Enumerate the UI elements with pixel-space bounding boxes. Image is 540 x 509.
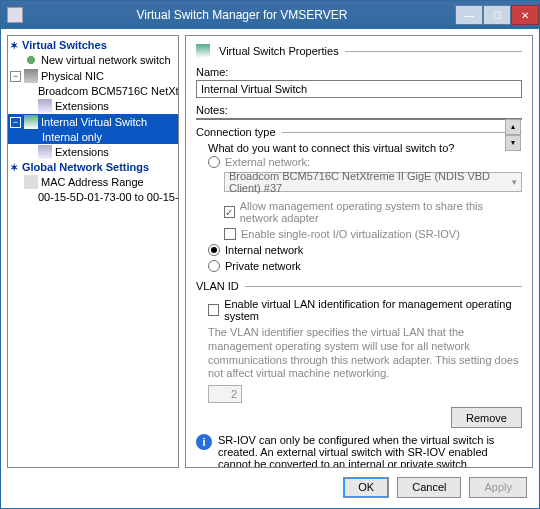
properties-heading: Virtual Switch Properties (219, 45, 339, 57)
maximize-button[interactable]: ☐ (483, 5, 511, 25)
chevron-down-icon: ▾ (512, 177, 517, 187)
info-icon: i (196, 434, 212, 450)
tree-extensions-1[interactable]: Extensions (8, 98, 178, 114)
window-title: Virtual Switch Manager for VMSERVER (29, 8, 455, 22)
vlan-id-input (208, 385, 242, 403)
nic-icon (24, 69, 38, 83)
checkbox-allow-mgmt: Allow management operating system to sha… (224, 200, 522, 224)
tree-pane: ✶Virtual Switches New virtual network sw… (7, 35, 179, 468)
collapse-icon[interactable]: − (10, 117, 21, 128)
radio-external[interactable]: External network: (208, 156, 522, 168)
notes-input[interactable]: ▴▾ (196, 118, 522, 120)
switch-icon (24, 115, 38, 129)
apply-button[interactable]: Apply (469, 477, 527, 498)
extensions-icon (38, 145, 52, 159)
minimize-button[interactable]: — (455, 5, 483, 25)
checkbox-icon (224, 228, 236, 240)
extensions-icon (38, 99, 52, 113)
name-input[interactable] (196, 80, 522, 98)
ok-button[interactable]: OK (343, 477, 389, 498)
checkbox-sriov: Enable single-root I/O virtualization (S… (224, 228, 522, 240)
tree-new-switch[interactable]: New virtual network switch (8, 52, 178, 68)
tree-mac-range[interactable]: MAC Address Range (8, 174, 178, 190)
checkbox-vlan-enable[interactable]: Enable virtual LAN identification for ma… (208, 298, 522, 322)
radio-private[interactable]: Private network (208, 260, 522, 272)
connection-question: What do you want to connect this virtual… (208, 142, 522, 154)
window: Virtual Switch Manager for VMSERVER — ☐ … (0, 0, 540, 509)
vlan-help-text: The VLAN identifier specifies the virtua… (208, 326, 522, 381)
notes-label: Notes: (196, 104, 522, 116)
checkbox-icon (224, 206, 235, 218)
tree-header-label: Global Network Settings (22, 161, 149, 173)
remove-button[interactable]: Remove (451, 407, 522, 428)
mac-icon (24, 175, 38, 189)
divider (345, 51, 522, 52)
external-adapter-combo: Broadcom BCM5716C NetXtreme II GigE (NDI… (224, 172, 522, 192)
plug-icon (24, 53, 38, 67)
radio-icon (208, 260, 220, 272)
cancel-button[interactable]: Cancel (397, 477, 461, 498)
properties-pane: Virtual Switch Properties Name: Notes: ▴… (185, 35, 533, 468)
switch-icon (196, 44, 210, 58)
name-label: Name: (196, 66, 522, 78)
tree-physical-nic[interactable]: −Physical NIC (8, 68, 178, 84)
app-icon (7, 7, 23, 23)
tree-header-label: Virtual Switches (22, 39, 107, 51)
radio-icon (208, 244, 220, 256)
titlebar: Virtual Switch Manager for VMSERVER — ☐ … (1, 1, 539, 29)
close-button[interactable]: ✕ (511, 5, 539, 25)
radio-internal[interactable]: Internal network (208, 244, 522, 256)
scroll-down-icon[interactable]: ▾ (505, 135, 521, 151)
tree-mac-range-value[interactable]: 00-15-5D-01-73-00 to 00-15-5D-0… (8, 190, 178, 204)
info-text: SR-IOV can only be configured when the v… (218, 434, 522, 468)
tree-header-virtual-switches[interactable]: ✶Virtual Switches (8, 38, 178, 52)
collapse-icon[interactable]: − (10, 71, 21, 82)
divider (245, 286, 522, 287)
divider (282, 132, 523, 133)
radio-icon (208, 156, 220, 168)
vlan-heading: VLAN ID (196, 280, 239, 292)
tree-broadcom[interactable]: Broadcom BCM5716C NetXtreme II… (8, 84, 178, 98)
tree-internal-switch[interactable]: −Internal Virtual Switch (8, 114, 178, 130)
tree-extensions-2[interactable]: Extensions (8, 144, 178, 160)
tree-header-global[interactable]: ✶Global Network Settings (8, 160, 178, 174)
tree-internal-only[interactable]: Internal only (8, 130, 178, 144)
scroll-up-icon[interactable]: ▴ (505, 119, 521, 135)
connection-type-heading: Connection type (196, 126, 276, 138)
dialog-footer: OK Cancel Apply (1, 474, 539, 508)
checkbox-icon (208, 304, 219, 316)
